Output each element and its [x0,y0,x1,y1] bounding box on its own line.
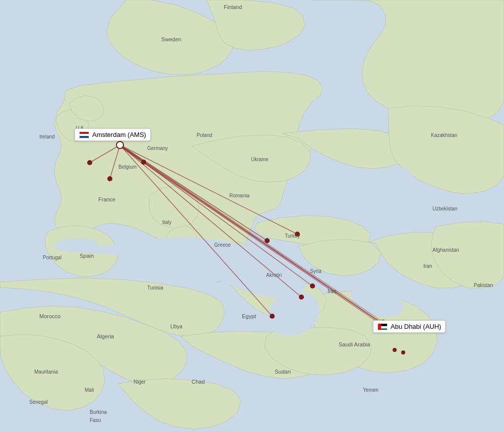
svg-text:Italy: Italy [162,220,171,225]
svg-text:Chad: Chad [192,379,205,385]
svg-text:Libya: Libya [170,324,182,329]
stopover-sofia [265,238,270,243]
stopover-cairo [270,314,275,319]
svg-text:Syria: Syria [310,268,322,274]
origin-dot [116,141,123,149]
stopover-damascus [310,283,315,289]
map-container: Finland Sweden U K Ireland Belgium Germa… [0,0,504,431]
svg-text:Tunisia: Tunisia [147,285,163,291]
svg-text:Uzbekistan: Uzbekistan [432,206,457,211]
svg-rect-55 [378,324,381,330]
svg-text:Greece: Greece [214,242,231,248]
svg-text:Ukraine: Ukraine [251,157,269,162]
uae-flag [377,323,388,330]
abudhabi-name: Abu Dhabi (AUH) [391,323,441,330]
svg-text:Portugal: Portugal [43,255,61,260]
svg-text:Sweden: Sweden [161,36,181,42]
svg-text:Iraq: Iraq [328,289,336,294]
svg-text:Romania: Romania [229,193,249,198]
netherlands-flag [79,131,89,138]
svg-text:Sudan: Sudan [275,369,291,375]
svg-text:Belgium: Belgium [118,164,137,170]
stopover-beirut [299,295,304,300]
svg-text:Egypt: Egypt [242,313,256,319]
svg-text:Akrotiri: Akrotiri [266,272,282,278]
svg-text:Spain: Spain [80,253,94,259]
svg-text:France: France [98,196,115,202]
svg-text:Mali: Mali [85,387,94,393]
amsterdam-label: Amsterdam (AMS) [75,128,151,141]
stopover-sharjah [401,350,405,354]
svg-text:Faso: Faso [90,417,101,423]
stopover-paris [107,176,112,181]
svg-text:Afghanistan: Afghanistan [432,247,459,253]
map-svg: Finland Sweden U K Ireland Belgium Germa… [0,0,504,431]
svg-text:Senegal: Senegal [29,399,48,405]
svg-text:Morocco: Morocco [39,313,60,319]
svg-text:Pakistan: Pakistan [474,282,493,288]
stopover-london [87,160,92,165]
stopover-dubai [393,348,397,352]
abudhabi-label: Abu Dhabi (AUH) [373,320,446,333]
svg-text:Algeria: Algeria [97,333,114,339]
svg-text:Ireland: Ireland [39,134,55,139]
svg-text:Saudi Arabia: Saudi Arabia [339,341,370,347]
svg-text:Burkina: Burkina [90,409,107,415]
svg-text:Poland: Poland [197,132,212,138]
svg-text:Niger: Niger [134,379,146,385]
stopover-frankfurt [141,160,146,165]
svg-text:Finland: Finland [224,4,242,10]
svg-text:Yemen: Yemen [363,387,379,393]
svg-text:Turkey: Turkey [285,233,300,239]
svg-text:Kazakhstan: Kazakhstan [431,132,457,138]
amsterdam-name: Amsterdam (AMS) [92,131,146,138]
svg-text:Germany: Germany [147,146,168,151]
svg-text:Iran: Iran [423,263,432,269]
svg-text:Mauritania: Mauritania [34,369,58,375]
